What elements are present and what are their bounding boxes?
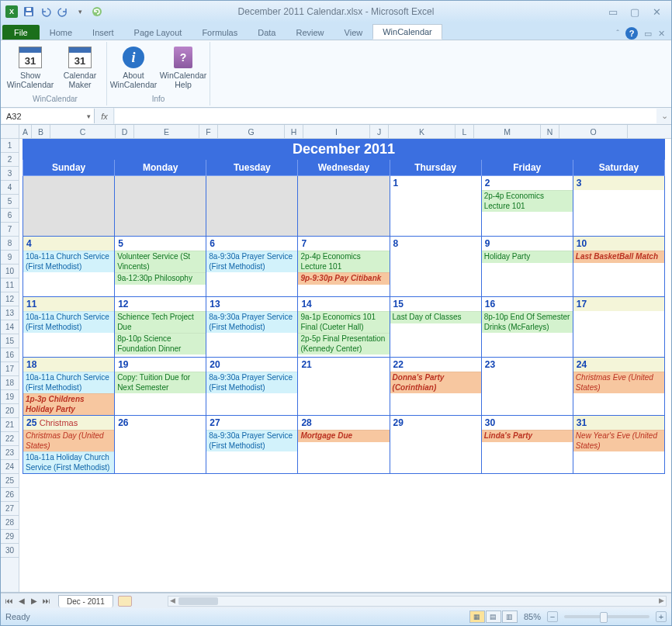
calendar-event[interactable]: 8p-10p End Of Semester Drinks (McFarleys… bbox=[482, 311, 573, 333]
row-header[interactable]: 22 bbox=[1, 432, 19, 446]
calendar-event[interactable]: 2p-5p Final Presentation (Kennedy Center… bbox=[298, 333, 389, 355]
show-wincalendar-button[interactable]: 31 Show WinCalendar bbox=[9, 43, 52, 91]
formula-input[interactable] bbox=[115, 109, 656, 123]
column-header[interactable]: O bbox=[559, 125, 628, 138]
calendar-event[interactable]: Last BasketBall Match bbox=[573, 251, 664, 263]
calendar-cell[interactable]: 15Last Day of Classes bbox=[390, 297, 481, 358]
row-header[interactable]: 5 bbox=[1, 195, 19, 209]
zoom-in-icon[interactable]: + bbox=[656, 611, 667, 622]
calendar-cell[interactable]: 138a-9:30a Prayer Service (First Methodi… bbox=[206, 297, 298, 358]
calendar-event[interactable]: 9a-1p Economics 101 Final (Cueter Hall) bbox=[298, 311, 389, 333]
tab-wincalendar[interactable]: WinCalendar bbox=[372, 24, 442, 40]
row-header[interactable]: 25 bbox=[1, 474, 19, 488]
view-normal-icon[interactable]: ▦ bbox=[469, 610, 485, 623]
row-header[interactable]: 12 bbox=[1, 292, 19, 306]
name-box[interactable]: A32 bbox=[2, 109, 95, 123]
calendar-cell[interactable]: 31New Year's Eve (United States) bbox=[573, 416, 664, 474]
column-header[interactable]: G bbox=[218, 125, 285, 138]
excel-icon[interactable]: X bbox=[4, 4, 19, 19]
calendar-event[interactable]: 1p-3p Childrens Holiday Party bbox=[23, 393, 114, 415]
calendar-event[interactable]: Mortgage Due bbox=[298, 430, 389, 442]
scrollbar-thumb[interactable] bbox=[178, 597, 218, 605]
row-header[interactable]: 16 bbox=[1, 348, 19, 362]
column-header[interactable]: B bbox=[32, 125, 50, 138]
save-icon[interactable] bbox=[21, 4, 36, 19]
calendar-cell[interactable]: 22p-4p Economics Lecture 101 bbox=[481, 176, 573, 237]
calendar-cell[interactable]: 9Holiday Party bbox=[481, 237, 573, 297]
undo-icon[interactable] bbox=[38, 4, 54, 19]
close-icon[interactable]: ✕ bbox=[649, 6, 663, 17]
row-header[interactable]: 17 bbox=[1, 362, 19, 376]
row-header[interactable]: 23 bbox=[1, 446, 19, 460]
calendar-cell[interactable]: 8 bbox=[390, 237, 481, 297]
sheet-prev-icon[interactable]: ◀ bbox=[16, 597, 27, 605]
help-icon[interactable]: ? bbox=[625, 27, 638, 40]
calendar-cell[interactable]: 72p-4p Economics Lecture 1019p-9:30p Pay… bbox=[298, 237, 390, 297]
calendar-event[interactable]: Christmas Day (United States) bbox=[23, 430, 114, 451]
wincalendar-help-button[interactable]: ? WinCalendar Help bbox=[161, 43, 205, 91]
row-header[interactable]: 24 bbox=[1, 460, 19, 474]
row-header[interactable]: 3 bbox=[1, 167, 19, 181]
column-header[interactable]: L bbox=[456, 125, 474, 138]
window-close-doc-icon[interactable]: ✕ bbox=[658, 29, 665, 39]
calendar-cell[interactable]: 26 bbox=[115, 416, 206, 474]
row-header[interactable]: 29 bbox=[1, 530, 19, 544]
row-header[interactable]: 15 bbox=[1, 334, 19, 348]
calendar-event[interactable]: 10a-11a Church Service (First Methodist) bbox=[23, 251, 114, 272]
sheet-last-icon[interactable]: ⏭ bbox=[41, 597, 52, 605]
calendar-event[interactable]: 8a-9:30a Prayer Service (First Methodist… bbox=[206, 430, 297, 451]
column-header[interactable]: M bbox=[474, 125, 541, 138]
column-header[interactable]: N bbox=[541, 125, 559, 138]
row-header[interactable]: 9 bbox=[1, 251, 19, 265]
calendar-event[interactable]: Schience Tech Project Due bbox=[115, 311, 206, 333]
calendar-cell[interactable]: 25 ChristmasChristmas Day (United States… bbox=[23, 416, 115, 474]
row-header[interactable]: 7 bbox=[1, 223, 19, 237]
tab-formulas[interactable]: Formulas bbox=[192, 25, 248, 40]
calendar-event[interactable]: 8a-9:30a Prayer Service (First Methodist… bbox=[206, 311, 297, 333]
calendar-cell[interactable]: 168p-10p End Of Semester Drinks (McFarle… bbox=[481, 297, 573, 358]
calendar-cell[interactable]: 149a-1p Economics 101 Final (Cueter Hall… bbox=[298, 297, 390, 358]
view-page-layout-icon[interactable]: ▤ bbox=[486, 610, 501, 623]
calendar-cell[interactable]: 28Mortgage Due bbox=[298, 416, 390, 474]
window-restore-icon[interactable]: ▭ bbox=[644, 29, 652, 39]
tab-data[interactable]: Data bbox=[248, 25, 286, 40]
calendar-cell[interactable]: 278a-9:30a Prayer Service (First Methodi… bbox=[206, 416, 298, 474]
calendar-cell[interactable]: 68a-9:30a Prayer Service (First Methodis… bbox=[206, 237, 298, 297]
column-header[interactable]: E bbox=[134, 125, 199, 138]
calendar-cell[interactable]: 23 bbox=[481, 358, 573, 416]
minimize-icon[interactable]: ▭ bbox=[606, 6, 620, 17]
sheet-tab[interactable]: Dec - 2011 bbox=[58, 595, 113, 607]
row-header[interactable]: 26 bbox=[1, 488, 19, 502]
calendar-maker-button[interactable]: 31 Calendar Maker bbox=[58, 43, 102, 91]
calendar-cell[interactable]: 208a-9:30a Prayer Service (First Methodi… bbox=[206, 358, 298, 416]
calendar-cell[interactable]: 5Volunteer Service (St Vincents)9a-12:30… bbox=[115, 237, 206, 297]
column-header[interactable]: F bbox=[199, 125, 218, 138]
row-header[interactable]: 30 bbox=[1, 544, 19, 558]
column-header[interactable]: K bbox=[389, 125, 456, 138]
about-wincalendar-button[interactable]: i About WinCalendar bbox=[112, 43, 155, 91]
calendar-cell[interactable]: 17 bbox=[573, 297, 664, 358]
row-header[interactable]: 19 bbox=[1, 390, 19, 404]
row-header[interactable]: 8 bbox=[1, 237, 19, 251]
calendar-event[interactable]: 9a-12:30p Philosophy bbox=[115, 272, 206, 285]
row-header[interactable]: 1 bbox=[1, 139, 19, 153]
row-header[interactable]: 14 bbox=[1, 320, 19, 334]
row-header[interactable]: 18 bbox=[1, 376, 19, 390]
column-header[interactable]: J bbox=[370, 125, 389, 138]
qat-customize-icon[interactable]: ▾ bbox=[72, 4, 88, 19]
calendar-event[interactable]: Christmas Eve (United States) bbox=[573, 372, 664, 393]
calendar-cell[interactable]: 1 bbox=[390, 176, 481, 237]
new-sheet-icon[interactable] bbox=[118, 596, 132, 607]
maximize-icon[interactable]: ▢ bbox=[628, 6, 642, 17]
fx-icon[interactable]: fx bbox=[95, 108, 114, 124]
row-header[interactable]: 28 bbox=[1, 516, 19, 530]
calendar-event[interactable]: 8p-10p Science Foundation Dinner bbox=[115, 333, 206, 355]
tab-page-layout[interactable]: Page Layout bbox=[124, 25, 192, 40]
calendar-cell[interactable]: 29 bbox=[390, 416, 481, 474]
tab-view[interactable]: View bbox=[334, 25, 373, 40]
view-page-break-icon[interactable]: ▥ bbox=[502, 610, 518, 623]
ribbon-minimize-icon[interactable]: ˆ bbox=[616, 29, 619, 38]
tab-home[interactable]: Home bbox=[40, 25, 82, 40]
calendar-cell[interactable]: 1810a-11a Church Service (First Methodis… bbox=[23, 358, 115, 416]
row-header[interactable]: 27 bbox=[1, 502, 19, 516]
